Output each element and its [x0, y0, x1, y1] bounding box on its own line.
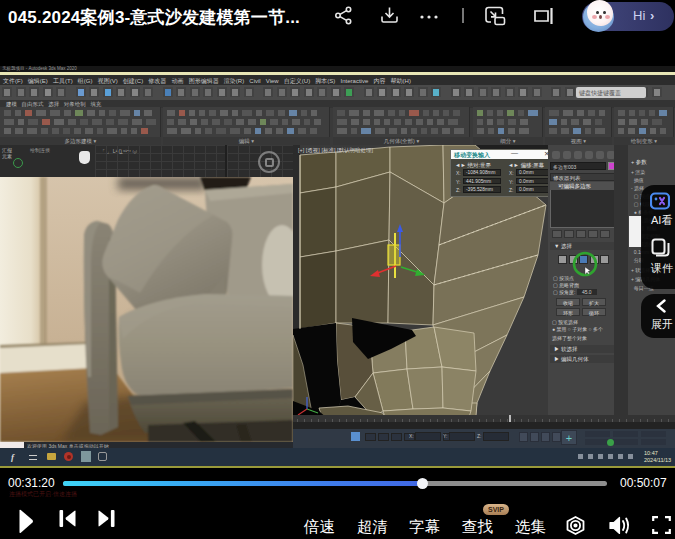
svg-text:[+] [透视] [标准] [默认明暗处理]: [+] [透视] [标准] [默认明暗处理] [298, 147, 373, 154]
